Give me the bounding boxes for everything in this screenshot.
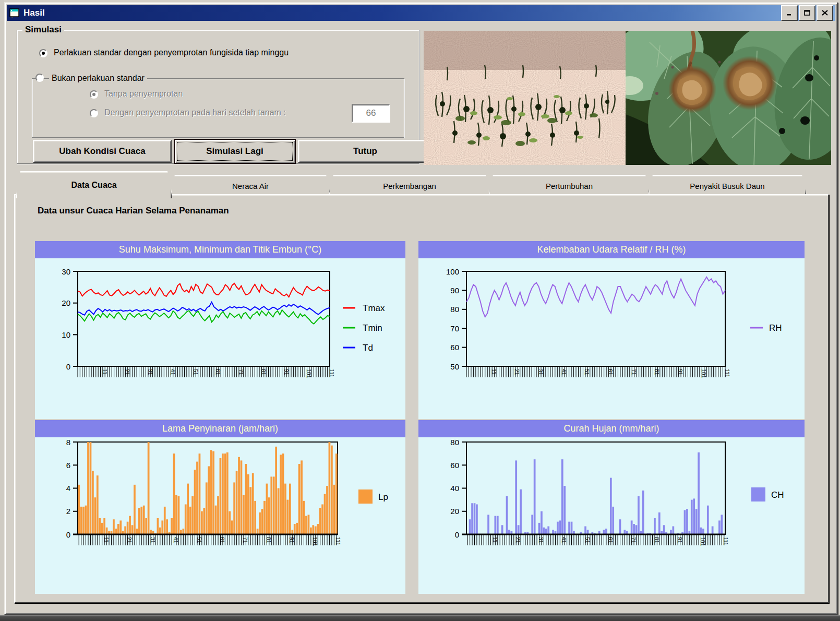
tab-data-cuaca[interactable]: Data Cuaca — [16, 171, 172, 198]
radio-dengan-penyemprotan[interactable] — [90, 109, 98, 117]
bar-CH — [469, 519, 471, 534]
bar-Lp — [324, 494, 326, 534]
bar-CH — [497, 516, 499, 534]
bar-CH — [631, 520, 633, 534]
bar-CH — [619, 519, 621, 534]
bar-Lp — [185, 504, 187, 534]
chart-rh-plot: 5060708090100112131415161718191101111RH — [418, 258, 805, 419]
ubah-kondisi-cuaca-button[interactable]: Ubah Kondisi Cuaca — [33, 140, 172, 163]
screen-edge-strip — [0, 0, 4, 621]
bar-CH — [663, 525, 665, 534]
bar-CH — [487, 515, 489, 534]
tab-penyakit-busuk-daun[interactable]: Penyakit Busuk Daun — [648, 175, 807, 196]
bar-Lp — [175, 495, 177, 534]
minimize-button[interactable] — [781, 5, 798, 21]
bar-Lp — [312, 525, 314, 534]
x-tick-label: 41 — [170, 369, 176, 375]
x-tick-label: 21 — [124, 369, 130, 375]
radio-perlakuan-standar[interactable] — [39, 49, 47, 57]
x-tick-label: 71 — [242, 537, 248, 543]
bar-Lp — [138, 508, 140, 534]
bar-Lp — [261, 509, 263, 534]
bar-Lp — [210, 450, 212, 534]
bar-Lp — [257, 529, 259, 534]
x-tick-label: 21 — [514, 369, 520, 375]
spray-day-input[interactable] — [352, 104, 390, 123]
bar-Lp — [87, 442, 89, 534]
bar-Lp — [275, 447, 277, 534]
radio-dengan-penyemprotan-label[interactable]: Dengan penyemprotan pada hari setelah ta… — [104, 108, 286, 117]
bar-Lp — [280, 455, 282, 534]
bar-CH — [571, 522, 573, 534]
tab-perkembangan[interactable]: Perkembangan — [329, 175, 490, 196]
chart-title-lp: Lama Penyinaran (jam/hari) — [35, 420, 405, 437]
bar-Lp — [187, 484, 189, 534]
radio-tanpa-penyemprotan-label[interactable]: Tanpa penyemprotan — [104, 89, 183, 99]
tab-neraca-air[interactable]: Neraca Air — [170, 175, 331, 196]
x-tick-label: 51 — [193, 369, 199, 375]
x-tick-label: 81 — [654, 537, 660, 543]
bar-CH — [612, 507, 614, 534]
y-tick-label: 10 — [62, 330, 70, 339]
x-tick-label: 31 — [537, 369, 544, 375]
radio-perlakuan-standar-label[interactable]: Perlakuan standar dengan penyemprotan fu… — [54, 48, 289, 57]
simulasi-group: Simulasi Perlakuan standar dengan penyem… — [17, 30, 419, 164]
x-tick-label: 21 — [515, 537, 521, 543]
bar-Lp — [131, 525, 134, 534]
radio-bukan-perlakuan[interactable] — [35, 74, 44, 82]
simulasi-group-label: Simulasi — [22, 25, 64, 35]
tutup-button[interactable]: Tutup — [298, 140, 433, 163]
bar-CH — [501, 525, 503, 534]
bar-Lp — [129, 516, 131, 534]
bar-Lp — [82, 507, 85, 534]
x-tick-label: 11 — [103, 537, 110, 543]
bar-Lp — [196, 462, 198, 534]
x-tick-label: 51 — [584, 369, 590, 375]
simulasi-lagi-button[interactable]: Simulasi Lagi — [174, 139, 296, 164]
bar-CH — [568, 522, 570, 534]
series-line-RH — [466, 277, 725, 317]
maximize-button[interactable] — [799, 5, 815, 21]
x-tick-label: 61 — [219, 537, 225, 543]
bar-Lp — [124, 527, 126, 534]
tab-pertumbuhan[interactable]: Pertumbuhan — [488, 175, 650, 196]
bar-CH — [531, 515, 533, 534]
bar-Lp — [171, 518, 173, 534]
screen-bottom-edge — [0, 615, 840, 621]
bar-Lp — [140, 507, 142, 534]
bar-Lp — [308, 515, 310, 534]
x-tick-label: 81 — [266, 537, 272, 543]
bar-Lp — [119, 520, 122, 534]
maximize-icon — [804, 10, 810, 16]
bar-Lp — [229, 511, 231, 534]
y-tick-label: 40 — [450, 484, 459, 493]
radio-bukan-perlakuan-label[interactable]: Bukan perlakuan standar — [49, 73, 147, 83]
chart-title-rh: Kelembaban Udara Relatif / RH (%) — [418, 241, 805, 258]
bar-Lp — [268, 497, 270, 534]
photo-late-blight-leaves — [626, 31, 831, 165]
close-button[interactable] — [817, 5, 833, 21]
bar-Lp — [217, 496, 219, 534]
form-icon — [9, 7, 20, 19]
bar-Lp — [194, 470, 196, 534]
series-line-Tmax — [78, 283, 330, 297]
bar-Lp — [303, 501, 305, 534]
x-tick-label: 91 — [289, 537, 295, 543]
bar-CH — [534, 459, 536, 534]
y-tick-label: 60 — [450, 461, 459, 470]
chart-panel-suhu: Suhu Maksimum, Minimum dan Titik Embun (… — [35, 241, 405, 419]
bar-Lp — [148, 442, 150, 534]
x-tick-label: 111 — [724, 369, 730, 377]
bar-Lp — [333, 485, 335, 534]
bar-Lp — [278, 488, 280, 535]
bar-Lp — [115, 529, 117, 534]
series-line-Tmin — [78, 310, 330, 324]
field-photo-illustration — [424, 31, 626, 165]
bar-Lp — [254, 501, 256, 534]
radio-tanpa-penyemprotan[interactable] — [90, 90, 98, 99]
bar-Lp — [315, 527, 317, 534]
bar-Lp — [201, 511, 203, 534]
legend-label-Tmin: Tmin — [363, 323, 382, 333]
bar-CH — [672, 527, 674, 534]
chart-panel-lp: Lama Penyinaran (jam/hari) 0246811213141… — [35, 420, 405, 594]
